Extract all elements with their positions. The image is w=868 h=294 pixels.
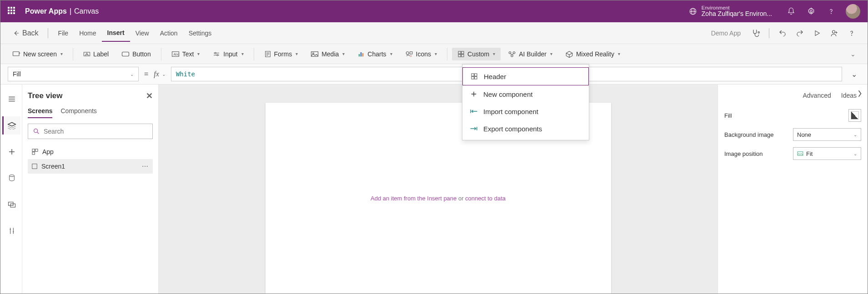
- ribbon-text-label: Text: [182, 50, 194, 58]
- close-tree-button[interactable]: ✕: [146, 91, 153, 101]
- menu-view[interactable]: View: [130, 25, 155, 41]
- formula-expand[interactable]: ⌄: [848, 67, 860, 81]
- redo-button[interactable]: [791, 25, 808, 41]
- divider: [48, 28, 48, 38]
- canvas-hint-insert-link[interactable]: Add an item from the Insert pane: [371, 195, 457, 202]
- bell-icon: [787, 7, 795, 15]
- preview-button[interactable]: [808, 25, 826, 41]
- svg-rect-30: [472, 77, 474, 79]
- ribbon-text[interactable]: Abc Text▾: [166, 48, 206, 60]
- chevron-down-icon: ▾: [241, 51, 244, 56]
- prop-tab-ideas[interactable]: Ideas: [841, 92, 857, 99]
- menu-insert[interactable]: Insert: [102, 25, 130, 42]
- notifications-button[interactable]: [781, 0, 801, 22]
- tree-item-more[interactable]: ⋯: [142, 163, 149, 170]
- canvas-hint-or: or: [457, 195, 465, 202]
- back-button[interactable]: Back: [8, 26, 43, 40]
- popup-item-export[interactable]: Export components: [462, 120, 589, 137]
- settings-button[interactable]: [801, 0, 821, 22]
- popup-item-header[interactable]: Header: [462, 67, 589, 85]
- ribbon-label[interactable]: Label: [78, 48, 114, 60]
- ribbon-mr-label: Mixed Reality: [576, 50, 614, 58]
- app-launcher-icon[interactable]: [8, 7, 17, 16]
- prop-imgpos-dropdown[interactable]: Fit ⌄: [793, 147, 861, 160]
- ribbon-forms[interactable]: Forms▾: [259, 48, 304, 60]
- prop-fill-swatch[interactable]: [848, 109, 861, 122]
- prop-bg-dropdown[interactable]: None ⌄: [793, 128, 861, 141]
- ribbon-charts[interactable]: Charts▾: [352, 48, 397, 60]
- tree-title: Tree view: [28, 91, 63, 100]
- tree-item-app[interactable]: App: [28, 145, 153, 159]
- svg-rect-37: [35, 149, 38, 151]
- prop-tab-advanced[interactable]: Advanced: [803, 92, 831, 99]
- canvas-hint-data-link[interactable]: connect to data: [465, 195, 506, 202]
- tree-search-input[interactable]: [44, 128, 148, 135]
- help-button[interactable]: [821, 0, 841, 22]
- svg-rect-28: [472, 74, 474, 76]
- ribbon-input[interactable]: Input▾: [207, 48, 249, 60]
- plus-icon: [8, 148, 16, 156]
- ribbon-mixed-reality[interactable]: Mixed Reality▾: [560, 48, 626, 60]
- rail-media[interactable]: [2, 195, 20, 214]
- prop-imgpos-value: Fit: [806, 150, 813, 157]
- gear-icon: [807, 7, 815, 15]
- menu-action[interactable]: Action: [155, 25, 183, 41]
- svg-point-20: [406, 51, 409, 54]
- ribbon-custom[interactable]: Custom▾: [452, 48, 501, 60]
- layers-icon: [7, 121, 16, 130]
- menu-settings[interactable]: Settings: [183, 25, 217, 41]
- rail-hamburger[interactable]: [2, 90, 20, 108]
- share-button[interactable]: [826, 25, 843, 41]
- ribbon-overflow[interactable]: ⌄: [844, 48, 861, 60]
- fx-button[interactable]: fx ⌄: [154, 70, 166, 78]
- popup-label: Header: [484, 73, 506, 80]
- ribbon-button[interactable]: Button: [116, 48, 156, 60]
- rail-data[interactable]: [2, 169, 20, 187]
- ribbon-ai-builder[interactable]: AI Builder▾: [502, 48, 558, 60]
- rail-tree-view[interactable]: [2, 116, 20, 135]
- ai-icon: [508, 50, 516, 58]
- divider: [447, 48, 447, 60]
- globe-icon: [689, 7, 697, 15]
- user-avatar[interactable]: [846, 4, 860, 19]
- svg-rect-29: [475, 74, 477, 76]
- chevron-down-icon: ⌄: [853, 132, 857, 137]
- screen-plus-icon: [12, 51, 20, 57]
- svg-rect-21: [458, 51, 461, 54]
- play-icon: [813, 30, 821, 37]
- popup-item-import[interactable]: Import component: [462, 103, 589, 120]
- ribbon-label-label: Label: [93, 50, 109, 58]
- person-plus-icon: [830, 29, 838, 37]
- environment-label: Environment: [702, 5, 772, 10]
- svg-point-32: [10, 175, 15, 177]
- chevron-right-icon[interactable]: [857, 89, 863, 98]
- rail-insert[interactable]: [2, 143, 20, 161]
- slider-icon: [212, 51, 221, 57]
- app-checker-button[interactable]: [747, 25, 764, 41]
- popup-label: Import component: [483, 108, 538, 115]
- help2-button[interactable]: [843, 25, 860, 41]
- property-dropdown[interactable]: Fill ⌄: [8, 67, 139, 81]
- svg-rect-23: [458, 54, 461, 56]
- chevron-down-icon: ▾: [550, 51, 552, 56]
- undo-button[interactable]: [774, 25, 791, 41]
- environment-picker[interactable]: Environment Zoha Zulfiqar's Environ...: [689, 5, 772, 17]
- ribbon-icons-label: Icons: [416, 50, 431, 58]
- svg-point-12: [215, 52, 216, 54]
- brand-title: Power Apps|Canvas: [25, 7, 99, 15]
- form-icon: [264, 50, 271, 58]
- tree-search[interactable]: [28, 124, 153, 139]
- export-icon: [470, 125, 478, 133]
- ribbon-charts-label: Charts: [367, 50, 386, 58]
- ribbon-media[interactable]: Media▾: [305, 48, 350, 60]
- ribbon-new-screen[interactable]: New screen▾: [7, 48, 68, 60]
- tree-item-screen1[interactable]: Screen1 ⋯: [28, 159, 153, 174]
- menu-file[interactable]: File: [53, 25, 74, 41]
- menu-home[interactable]: Home: [74, 25, 101, 41]
- rail-tools[interactable]: [2, 222, 20, 240]
- tree-tab-components[interactable]: Components: [60, 107, 96, 118]
- tree-tab-screens[interactable]: Screens: [28, 107, 52, 118]
- chevron-down-icon: ⌄: [130, 72, 134, 77]
- popup-item-new-component[interactable]: New component: [462, 85, 589, 103]
- ribbon-icons[interactable]: Icons▾: [400, 48, 442, 60]
